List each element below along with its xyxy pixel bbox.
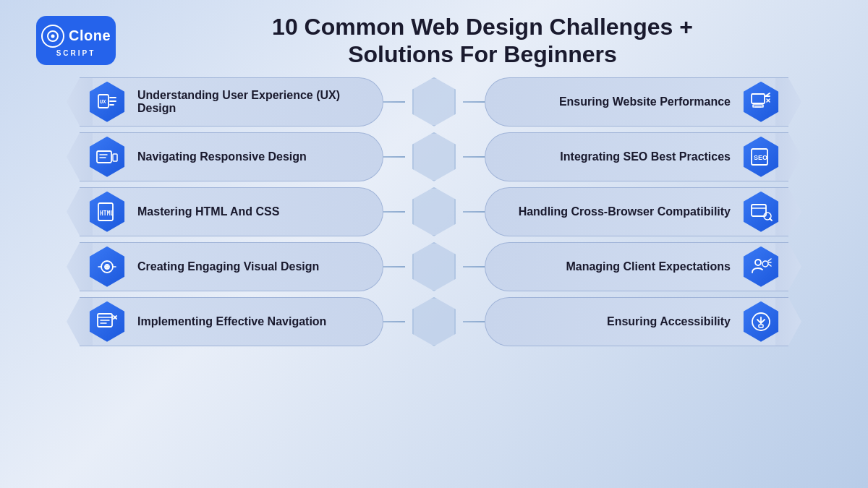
ux-design-label: Understanding User Experience (UX) Desig… xyxy=(137,89,368,115)
svg-point-29 xyxy=(755,260,761,265)
item-navigation: Implementing Effective Navigation xyxy=(80,297,383,346)
accessibility-icon-hex xyxy=(741,301,781,342)
row-2: Navigating Responsive Design Integrating… xyxy=(29,132,839,181)
row-4: Creating Engaging Visual Design Managing… xyxy=(29,242,839,291)
accessibility-label: Ensuring Accessibility xyxy=(500,315,731,328)
logo-clone-text: Clone xyxy=(69,27,111,44)
svg-rect-5 xyxy=(752,94,765,103)
item-client-expectations: Managing Client Expectations xyxy=(485,242,788,291)
html-css-label: Mastering HTML And CSS xyxy=(137,205,368,218)
item-cross-browser: Handling Cross-Browser Compatibility xyxy=(485,187,788,236)
responsive-icon-hex xyxy=(87,137,127,177)
browser-icon-hex xyxy=(741,192,781,232)
connector-l3 xyxy=(383,211,405,213)
connector-r2 xyxy=(463,156,485,158)
page-title: 10 Common Web Design Challenges + Soluti… xyxy=(133,13,832,69)
row-5: Implementing Effective Navigation Ensuri… xyxy=(29,297,839,346)
svg-line-23 xyxy=(770,218,772,221)
svg-point-26 xyxy=(106,266,108,267)
logo-script-text: SCRIPT xyxy=(56,49,96,57)
svg-line-31 xyxy=(768,259,771,261)
navigation-label: Implementing Effective Navigation xyxy=(137,315,368,328)
connector-r5 xyxy=(463,321,485,322)
center-hex-1 xyxy=(412,77,456,127)
svg-point-30 xyxy=(762,261,768,267)
connector-r3 xyxy=(463,211,485,213)
svg-rect-12 xyxy=(97,151,111,163)
connector-l4 xyxy=(383,266,405,267)
item-accessibility: Ensuring Accessibility xyxy=(485,297,788,346)
responsive-design-label: Navigating Responsive Design xyxy=(137,150,368,163)
center-hex-2 xyxy=(412,132,456,181)
html-icon-hex: HTML xyxy=(87,192,127,232)
item-responsive-design: Navigating Responsive Design xyxy=(80,132,383,181)
item-website-performance: Ensuring Website Performance xyxy=(485,77,788,127)
website-performance-label: Ensuring Website Performance xyxy=(500,95,731,108)
item-html-css: HTML Mastering HTML And CSS xyxy=(80,187,383,236)
connector-r1 xyxy=(463,101,485,103)
row-1: UX Understanding User Experience (UX) De… xyxy=(29,77,839,127)
content-area: UX Understanding User Experience (UX) De… xyxy=(0,74,868,349)
item-seo: Integrating SEO Best Practices SEO xyxy=(485,132,788,181)
cross-browser-label: Handling Cross-Browser Compatibility xyxy=(500,205,731,218)
connector-r4 xyxy=(463,266,485,267)
svg-text:UX: UX xyxy=(100,99,106,105)
connector-l2 xyxy=(383,156,405,158)
seo-label: Integrating SEO Best Practices xyxy=(500,150,731,163)
center-hex-4 xyxy=(412,242,456,291)
client-expectations-label: Managing Client Expectations xyxy=(500,260,731,273)
connector-l1 xyxy=(383,101,405,103)
svg-line-33 xyxy=(768,264,771,266)
center-hex-5 xyxy=(412,297,456,346)
row-3: HTML Mastering HTML And CSS Handling Cro… xyxy=(29,187,839,236)
visual-icon-hex xyxy=(87,247,127,287)
item-ux-design: UX Understanding User Experience (UX) De… xyxy=(80,77,383,127)
svg-text:HTML: HTML xyxy=(100,210,114,217)
svg-rect-13 xyxy=(113,154,117,161)
connector-l5 xyxy=(383,321,405,322)
logo: Clone SCRIPT xyxy=(36,16,116,65)
svg-text:SEO: SEO xyxy=(754,154,767,161)
client-icon-hex xyxy=(741,247,781,287)
svg-rect-42 xyxy=(759,325,763,328)
navigation-icon-hex xyxy=(87,301,127,342)
header: Clone SCRIPT 10 Common Web Design Challe… xyxy=(0,0,868,74)
center-hex-3 xyxy=(412,187,456,236)
ux-icon-hex: UX xyxy=(87,82,127,122)
item-visual-design: Creating Engaging Visual Design xyxy=(80,242,383,291)
performance-icon-hex xyxy=(741,82,781,122)
visual-design-label: Creating Engaging Visual Design xyxy=(137,260,368,273)
seo-icon-hex: SEO xyxy=(741,137,781,177)
logo-icon xyxy=(41,25,64,48)
